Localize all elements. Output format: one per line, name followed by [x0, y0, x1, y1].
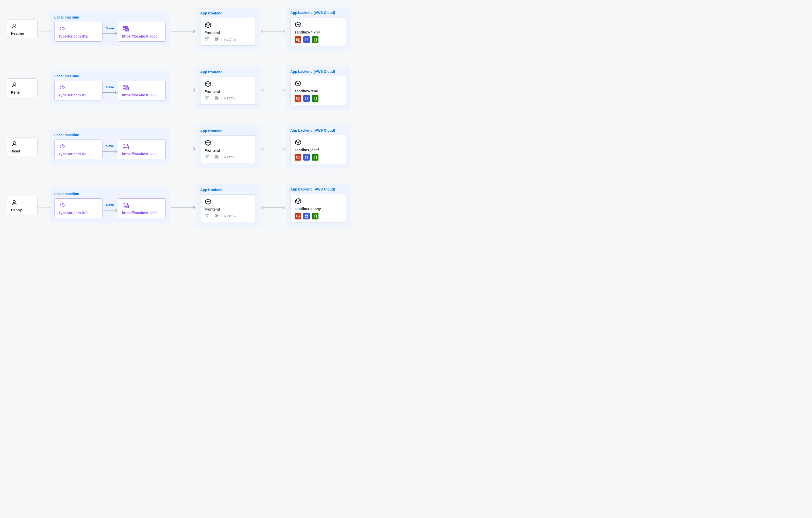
- package-icon: [295, 80, 342, 87]
- arrow-frontend-to-backend: [260, 88, 286, 92]
- save-arrow-group: Save: [103, 26, 118, 37]
- backend-services-row: [295, 154, 342, 160]
- aws-service-red-icon: [295, 36, 301, 43]
- browser-icon: [122, 202, 162, 208]
- user-card: Danny: [7, 196, 37, 215]
- save-arrow-group: Save: [103, 144, 118, 155]
- backend-sandbox-label: sandbox-josef: [295, 148, 342, 152]
- frontend-card-label: Frontend: [205, 148, 252, 152]
- aws-service-blue-icon: [303, 36, 310, 43]
- app-backend-panel: App backend (AWS Cloud) sandbox-nikhil: [286, 7, 350, 51]
- frontend-card-label: Frontend: [205, 207, 252, 211]
- arrow-user-to-local: [37, 88, 50, 92]
- aws-service-blue-icon: [303, 95, 310, 102]
- code-icon: [59, 202, 98, 208]
- frontend-card: Frontend NEXT.JS: [200, 18, 256, 45]
- save-arrow-icon: [103, 90, 118, 95]
- localhost-url-label: https://locahost:3000: [122, 93, 162, 97]
- aws-service-red-icon: [295, 213, 301, 219]
- app-backend-title: App backend (AWS Cloud): [290, 128, 346, 132]
- localhost-url-label: https://locahost:3000: [122, 211, 162, 215]
- aws-service-green-icon: [312, 213, 318, 219]
- user-icon: [11, 200, 34, 206]
- package-icon: [295, 21, 342, 28]
- ide-card: TypeScript in IDE: [54, 22, 103, 41]
- frontend-tech-row: NEXT.JS: [205, 154, 252, 160]
- app-backend-panel: App backend (AWS Cloud) sandbox-rene: [286, 66, 350, 110]
- frontend-tech-row: NEXT.JS: [205, 96, 252, 101]
- save-arrow-group: Save: [103, 85, 118, 96]
- ide-card-label: TypeScript in IDE: [59, 93, 98, 97]
- vue-icon: [205, 213, 209, 219]
- save-arrow-icon: [103, 208, 118, 213]
- tech-divider: [222, 214, 222, 218]
- frontend-card-label: Frontend: [205, 90, 252, 94]
- user-card: Josef: [7, 137, 37, 156]
- developer-row: Danny Local machine TypeScript in IDE Sa…: [7, 184, 350, 227]
- app-backend-panel: App backend (AWS Cloud) sandbox-danny: [286, 184, 350, 227]
- react-icon: [214, 154, 219, 160]
- local-machine-panel: Local machine TypeScript in IDE Save: [50, 70, 170, 105]
- user-name-label: Rene: [11, 90, 34, 94]
- backend-card: sandbox-rene: [290, 76, 346, 105]
- ide-card: TypeScript in IDE: [54, 199, 103, 218]
- aws-service-blue-icon: [303, 154, 310, 160]
- backend-sandbox-label: sandbox-danny: [295, 207, 342, 211]
- local-machine-panel: Local machine TypeScript in IDE Save: [50, 12, 170, 46]
- arrow-local-to-frontend: [170, 206, 196, 210]
- app-frontend-panel: App frontend Frontend NEXT.JS: [196, 66, 260, 109]
- app-frontend-panel: App frontend Frontend NEXT.JS: [196, 125, 260, 168]
- arrow-frontend-to-backend: [260, 147, 286, 151]
- code-icon: [59, 85, 98, 91]
- package-icon: [295, 139, 342, 146]
- tech-divider: [222, 97, 222, 100]
- developer-row: Heather Local machine TypeScript in IDE …: [7, 7, 350, 51]
- user-name-label: Danny: [11, 208, 34, 212]
- save-arrow-group: Save: [103, 203, 118, 214]
- backend-sandbox-label: sandbox-nikhil: [295, 30, 342, 34]
- backend-card: sandbox-josef: [290, 135, 346, 164]
- arrow-user-to-local: [37, 29, 50, 33]
- ide-card-label: TypeScript in IDE: [59, 152, 98, 156]
- app-backend-title: App backend (AWS Cloud): [290, 11, 346, 15]
- user-icon: [11, 141, 34, 147]
- localhost-card: https://locahost:3000: [118, 81, 166, 100]
- localhost-card: https://locahost:3000: [118, 199, 166, 218]
- backend-services-row: [295, 213, 342, 219]
- app-backend-title: App backend (AWS Cloud): [290, 69, 346, 73]
- aws-service-green-icon: [312, 36, 318, 43]
- local-machine-title: Local machine: [54, 192, 166, 196]
- user-name-label: Josef: [11, 149, 34, 153]
- nextjs-logo-text: NEXT.JS: [224, 156, 236, 159]
- local-machine-title: Local machine: [54, 74, 166, 78]
- user-icon: [11, 82, 34, 88]
- local-machine-title: Local machine: [54, 133, 166, 137]
- localhost-card: https://locahost:3000: [118, 22, 166, 41]
- backend-card: sandbox-danny: [290, 194, 346, 223]
- user-card: Rene: [7, 79, 37, 97]
- react-icon: [214, 37, 219, 42]
- save-arrow-label: Save: [103, 85, 118, 89]
- app-backend-title: App backend (AWS Cloud): [290, 187, 346, 191]
- arrow-user-to-local: [37, 206, 50, 210]
- package-icon: [205, 198, 252, 205]
- react-icon: [214, 213, 219, 219]
- frontend-card: Frontend NEXT.JS: [200, 77, 256, 104]
- ide-card: TypeScript in IDE: [54, 81, 103, 100]
- arrow-user-to-local: [37, 147, 50, 151]
- aws-service-red-icon: [295, 154, 301, 160]
- code-icon: [59, 143, 98, 149]
- user-card: Heather: [7, 20, 37, 38]
- vue-icon: [205, 96, 209, 101]
- save-arrow-label: Save: [103, 144, 118, 148]
- package-icon: [205, 81, 252, 88]
- browser-icon: [122, 85, 162, 91]
- app-frontend-panel: App frontend Frontend NEXT.JS: [196, 184, 260, 227]
- local-machine-title: Local machine: [54, 15, 166, 19]
- vue-icon: [205, 37, 209, 42]
- vue-icon: [205, 154, 209, 160]
- developer-row: Rene Local machine TypeScript in IDE Sav…: [7, 66, 350, 110]
- nextjs-logo-text: NEXT.JS: [224, 97, 236, 100]
- arrow-local-to-frontend: [170, 29, 196, 33]
- ide-card: TypeScript in IDE: [54, 140, 103, 159]
